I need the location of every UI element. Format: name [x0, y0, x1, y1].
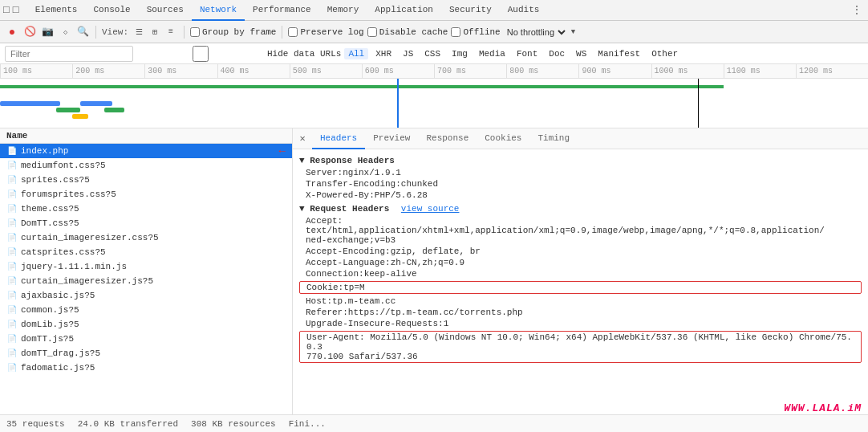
- response-headers-title[interactable]: ▼ Response Headers: [299, 153, 862, 167]
- watermark: WWW.LALA.iM: [784, 402, 862, 414]
- filter-bar: Hide data URLs All XHR JS CSS Img Media …: [0, 43, 868, 64]
- view-large-icon[interactable]: ⊞: [148, 25, 162, 39]
- filter-button[interactable]: ⬦: [58, 25, 72, 39]
- file-name-theme: theme.css?5: [21, 204, 286, 214]
- header-val-host: tp.m-team.cc: [332, 296, 395, 306]
- file-item-fadomatic[interactable]: 📄 fadomatic.js?5: [0, 361, 292, 375]
- tab-console[interactable]: Console: [85, 0, 138, 21]
- file-item-domtt-js[interactable]: 📄 domTT.js?5: [0, 332, 292, 346]
- filter-type-xhr[interactable]: XHR: [371, 48, 395, 59]
- header-row-useragent: User-Agent: Mozilla/5.0 (Windows NT 10.0…: [299, 331, 862, 363]
- tab-sources[interactable]: Sources: [139, 0, 192, 21]
- request-headers-title[interactable]: ▼ Request Headers view source: [299, 201, 862, 215]
- tick-400: 400 ms: [217, 64, 290, 78]
- tab-response[interactable]: Response: [418, 128, 477, 149]
- filter-type-css[interactable]: CSS: [420, 48, 444, 59]
- preserve-log-checkbox[interactable]: [288, 27, 298, 37]
- tick-200: 200 ms: [72, 64, 144, 78]
- filter-input[interactable]: [5, 46, 133, 62]
- file-item-curtain-js[interactable]: 📄 curtain_imageresizer.js?5: [0, 274, 292, 288]
- disable-cache-checkbox[interactable]: [367, 27, 377, 37]
- hide-data-urls-checkbox[interactable]: [136, 46, 265, 62]
- tab-audits[interactable]: Audits: [500, 0, 548, 21]
- file-item-catsprites[interactable]: 📄 catsprites.css?5: [0, 245, 292, 259]
- filter-type-ws[interactable]: WS: [572, 48, 590, 59]
- view-list-icon[interactable]: ☰: [132, 25, 146, 39]
- record-button[interactable]: ●: [5, 25, 19, 39]
- header-row-referer: Referer: https://tp.m-team.cc/torrents.p…: [299, 307, 862, 318]
- throttle-dropdown-icon[interactable]: ▼: [571, 28, 575, 36]
- file-name-curtain-css: curtain_imageresizer.css?5: [21, 233, 286, 242]
- file-item-domtt-css[interactable]: 📄 DomTT.css?5: [0, 216, 292, 230]
- filter-type-img[interactable]: Img: [448, 48, 472, 59]
- file-name-domtt-js: domTT.js?5: [21, 334, 286, 344]
- file-icon-forumsprites: 📄: [6, 189, 18, 200]
- tab-headers[interactable]: Headers: [312, 128, 365, 149]
- file-item-jquery[interactable]: 📄 jquery-1.11.1.min.js: [0, 259, 292, 274]
- clear-button[interactable]: 🚫: [22, 25, 37, 39]
- file-icon-sprites: 📄: [6, 174, 18, 185]
- file-item-theme[interactable]: 📄 theme.css?5: [0, 202, 292, 216]
- file-item-sprites[interactable]: 📄 sprites.css?5: [0, 173, 292, 187]
- header-row-connection: Connection: keep-alive: [299, 268, 862, 279]
- header-row-server: Server: nginx/1.9.1: [299, 167, 862, 178]
- file-name-jquery: jquery-1.11.1.min.js: [21, 262, 286, 271]
- arrow-indicator: ←: [279, 145, 286, 157]
- filter-type-all[interactable]: All: [344, 48, 368, 59]
- header-key-accept: Accept:: [306, 216, 343, 226]
- devtools-tab-bar: □ □ Elements Console Sources Network Per…: [0, 0, 868, 21]
- devtools-icon-2[interactable]: □: [13, 4, 19, 16]
- file-name-domtt-drag: domTT_drag.js?5: [21, 348, 286, 358]
- search-button[interactable]: 🔍: [75, 25, 90, 39]
- header-row-powered: X-Powered-By: PHP/5.6.28: [299, 190, 862, 201]
- header-key-server: Server:: [306, 168, 343, 177]
- file-item-curtain-css[interactable]: 📄 curtain_imageresizer.css?5: [0, 230, 292, 245]
- file-item-ajaxbasic[interactable]: 📄 ajaxbasic.js?5: [0, 288, 292, 303]
- filter-type-manifest[interactable]: Manifest: [594, 48, 644, 59]
- toolbar-separator-3: [282, 26, 282, 39]
- filter-type-other[interactable]: Other: [647, 48, 682, 59]
- right-panel: ✕ Headers Preview Response Cookies Timin…: [293, 128, 868, 414]
- filter-type-doc[interactable]: Doc: [545, 48, 569, 59]
- offline-label[interactable]: Offline: [451, 27, 500, 37]
- throttle-select[interactable]: No throttling: [504, 26, 568, 38]
- timeline-chart: [0, 79, 868, 128]
- tab-performance[interactable]: Performance: [245, 0, 319, 21]
- file-list-header: Name: [0, 128, 292, 144]
- file-item-common[interactable]: 📄 common.js?5: [0, 303, 292, 317]
- hide-data-urls-label[interactable]: Hide data URLs: [136, 46, 341, 62]
- file-item-mediumfont[interactable]: 📄 mediumfont.css?5: [0, 158, 292, 173]
- tab-elements[interactable]: Elements: [27, 0, 86, 21]
- tab-timing[interactable]: Timing: [529, 128, 578, 149]
- tab-preview[interactable]: Preview: [365, 128, 418, 149]
- disable-cache-label[interactable]: Disable cache: [367, 27, 448, 37]
- view-source-link[interactable]: view source: [401, 204, 460, 214]
- header-val-accept: text/html,application/xhtml+xml,applicat…: [306, 226, 825, 245]
- offline-checkbox[interactable]: [451, 27, 460, 37]
- close-panel-button[interactable]: ✕: [296, 132, 309, 145]
- screenshot-button[interactable]: 📷: [40, 25, 55, 39]
- group-by-frame-label[interactable]: Group by frame: [190, 27, 276, 37]
- tab-security[interactable]: Security: [441, 0, 500, 21]
- view-waterfall-icon[interactable]: ≡: [164, 25, 178, 39]
- group-by-frame-checkbox[interactable]: [190, 27, 200, 37]
- file-item-domlib[interactable]: 📄 domLib.js?5: [0, 317, 292, 332]
- file-item-forumsprites[interactable]: 📄 forumsprites.css?5: [0, 187, 292, 202]
- file-item-domtt-drag[interactable]: 📄 domTT_drag.js?5: [0, 346, 292, 361]
- tab-cookies[interactable]: Cookies: [477, 128, 529, 149]
- filter-type-font[interactable]: Font: [513, 48, 541, 59]
- tab-application[interactable]: Application: [367, 0, 441, 21]
- file-item-index-php[interactable]: 📄 index.php ←: [0, 144, 292, 158]
- preserve-log-label[interactable]: Preserve log: [288, 27, 363, 37]
- devtools-icon-1[interactable]: □: [3, 4, 10, 16]
- tab-memory[interactable]: Memory: [319, 0, 367, 21]
- tab-network[interactable]: Network: [192, 0, 245, 21]
- filter-type-js[interactable]: JS: [399, 48, 417, 59]
- header-val-transfer: chunked: [401, 179, 438, 189]
- header-val-connection: keep-alive: [364, 269, 417, 279]
- filter-type-media[interactable]: Media: [475, 48, 509, 59]
- header-key-host: Host:: [306, 296, 332, 306]
- more-options-icon[interactable]: ⋮: [849, 3, 865, 17]
- header-val-cookie: tp=M: [343, 283, 364, 292]
- resources-size: 308 KB resources: [191, 419, 276, 429]
